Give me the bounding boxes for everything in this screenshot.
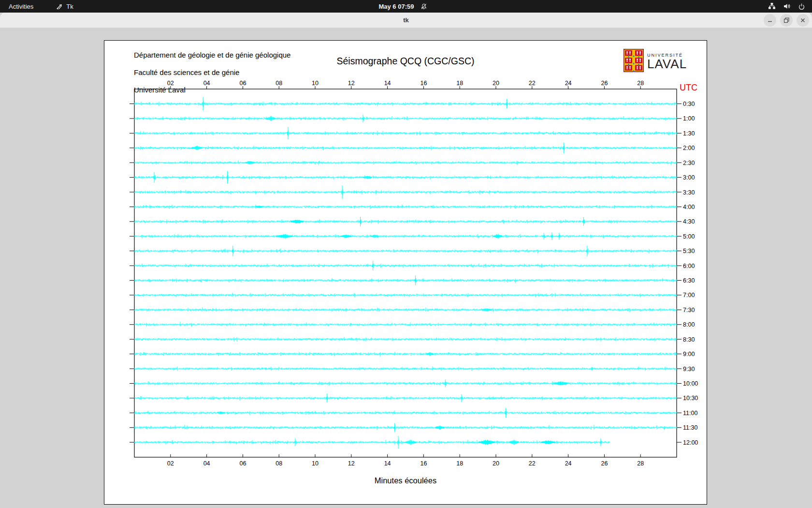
svg-text:1:00: 1:00	[683, 115, 695, 122]
clock-label: May 6 07:59	[378, 3, 414, 10]
clock-menu[interactable]: May 6 07:59	[378, 0, 427, 13]
svg-text:4:00: 4:00	[683, 204, 695, 210]
svg-text:7:30: 7:30	[683, 307, 695, 314]
svg-text:22: 22	[529, 80, 536, 87]
svg-text:08: 08	[276, 460, 282, 467]
power-icon	[798, 3, 805, 10]
svg-text:1:30: 1:30	[683, 130, 695, 137]
svg-text:14: 14	[384, 80, 391, 87]
seismograph-plot: 0202040406060808101012121414161618182020…	[104, 41, 707, 504]
svg-text:02: 02	[167, 80, 174, 87]
svg-text:9:00: 9:00	[683, 351, 695, 358]
svg-text:04: 04	[203, 460, 210, 467]
window-title: tk	[0, 13, 812, 28]
restore-button[interactable]	[780, 14, 793, 27]
svg-text:8:30: 8:30	[683, 336, 695, 343]
svg-text:3:00: 3:00	[683, 174, 695, 181]
svg-text:2:30: 2:30	[683, 160, 695, 166]
svg-text:20: 20	[493, 80, 499, 87]
svg-text:10:30: 10:30	[683, 395, 698, 402]
svg-text:4:30: 4:30	[683, 218, 695, 225]
svg-text:08: 08	[276, 80, 282, 87]
svg-text:04: 04	[203, 80, 210, 87]
svg-text:10: 10	[312, 80, 319, 87]
bell-muted-icon	[420, 3, 427, 10]
window-titlebar[interactable]: tk	[0, 13, 812, 28]
svg-text:06: 06	[239, 460, 246, 467]
svg-text:6:30: 6:30	[683, 277, 695, 284]
utc-axis-title: UTC	[680, 83, 697, 93]
svg-text:7:00: 7:00	[683, 292, 695, 299]
svg-text:5:30: 5:30	[683, 248, 695, 254]
desktop: Activities Tk May 6	[0, 0, 812, 508]
svg-text:24: 24	[565, 460, 572, 467]
svg-text:0:30: 0:30	[683, 101, 695, 107]
svg-text:3:30: 3:30	[683, 189, 695, 196]
seismograph-canvas: Département de géologie et de génie géol…	[104, 40, 707, 505]
svg-text:2:00: 2:00	[683, 145, 695, 151]
activities-button[interactable]: Activities	[0, 0, 42, 13]
svg-text:26: 26	[601, 460, 608, 467]
svg-text:12: 12	[348, 80, 355, 87]
volume-icon	[783, 2, 791, 10]
svg-text:12:00: 12:00	[683, 439, 698, 446]
svg-text:28: 28	[637, 460, 644, 467]
svg-text:20: 20	[493, 460, 499, 467]
svg-text:18: 18	[456, 80, 463, 87]
svg-text:22: 22	[529, 460, 536, 467]
svg-text:10: 10	[312, 460, 319, 467]
app-indicator-tk[interactable]: Tk	[49, 0, 80, 13]
minimize-button[interactable]	[764, 14, 776, 27]
app-indicator-label: Tk	[66, 3, 73, 10]
tk-feather-icon	[56, 3, 63, 10]
svg-text:24: 24	[565, 80, 572, 87]
svg-text:16: 16	[420, 80, 427, 87]
top-bar: Activities Tk May 6	[0, 0, 812, 13]
svg-text:02: 02	[167, 460, 174, 467]
svg-text:14: 14	[384, 460, 391, 467]
svg-text:10:00: 10:00	[683, 380, 698, 387]
x-axis-title: Minutes écoulées	[134, 476, 677, 485]
svg-text:11:00: 11:00	[683, 410, 697, 417]
svg-text:28: 28	[637, 80, 644, 87]
svg-text:26: 26	[601, 80, 608, 87]
svg-text:6:00: 6:00	[683, 263, 695, 269]
svg-text:18: 18	[456, 460, 463, 467]
network-icon	[768, 2, 776, 10]
svg-text:5:00: 5:00	[683, 233, 695, 240]
system-menu[interactable]	[768, 0, 805, 13]
close-button[interactable]	[797, 14, 809, 27]
svg-text:06: 06	[239, 80, 246, 87]
svg-text:16: 16	[420, 460, 427, 467]
svg-text:11:30: 11:30	[683, 424, 697, 431]
window-body: Département de géologie et de génie géol…	[0, 28, 812, 508]
svg-text:12: 12	[348, 460, 355, 467]
svg-text:9:30: 9:30	[683, 366, 695, 373]
svg-text:8:00: 8:00	[683, 321, 695, 328]
